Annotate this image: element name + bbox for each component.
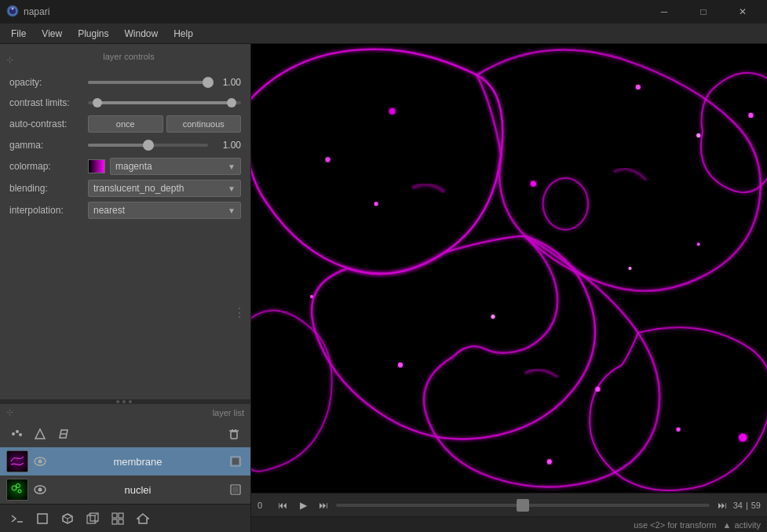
ndim-button[interactable]	[82, 508, 104, 530]
activity-icon: ▲	[722, 520, 731, 530]
svg-point-45	[531, 181, 536, 187]
svg-point-48	[595, 387, 600, 392]
contrast-slider[interactable]	[88, 101, 241, 104]
svg-point-51	[310, 295, 313, 298]
svg-point-49	[677, 428, 681, 432]
svg-point-53	[628, 267, 631, 270]
svg-rect-38	[251, 44, 767, 493]
blending-control: translucent_no_depth ▼	[88, 180, 241, 197]
cell-visualization	[251, 44, 767, 493]
gamma-slider-track[interactable]	[88, 144, 208, 147]
menu-view[interactable]: View	[34, 25, 70, 42]
timeline-thumb[interactable]	[517, 499, 529, 512]
blending-row: blending: translucent_no_depth ▼	[0, 177, 250, 199]
blending-dropdown[interactable]: translucent_no_depth ▼	[88, 180, 241, 197]
layer-controls-area: ⋮	[0, 224, 250, 399]
opacity-slider-fill	[88, 81, 208, 84]
auto-contrast-buttons: once continuous	[88, 115, 241, 133]
timeline: 0 ⏮ ▶ ⏭ ⏭ 34 | 59	[251, 493, 767, 516]
menu-window[interactable]: Window	[117, 25, 166, 42]
titlebar-controls: ─ □ ✕	[646, 0, 761, 24]
colormap-label: colormap:	[9, 161, 88, 172]
interpolation-arrow: ▼	[228, 206, 236, 215]
opacity-value: 1.00	[213, 77, 241, 88]
svg-point-46	[398, 363, 403, 367]
svg-point-18	[16, 484, 20, 488]
interpolation-dropdown[interactable]: nearest ▼	[88, 202, 241, 219]
2d-button[interactable]	[31, 508, 53, 530]
timeline-next-button[interactable]: ⏭	[316, 497, 331, 513]
nuclei-visibility-toggle[interactable]	[31, 481, 49, 498]
svg-marker-26	[63, 514, 72, 519]
contrast-thumb-right[interactable]	[227, 98, 236, 107]
dots-handle[interactable]: ⋮	[233, 304, 246, 319]
close-button[interactable]: ✕	[725, 0, 761, 24]
svg-rect-8	[231, 432, 237, 439]
timeline-prev-button[interactable]: ⏮	[275, 497, 290, 513]
svg-rect-35	[112, 519, 117, 524]
timeline-start: 0	[257, 501, 270, 510]
svg-point-56	[739, 433, 747, 441]
nuclei-thumbnail	[6, 479, 28, 501]
points-tool-button[interactable]	[6, 424, 27, 444]
continuous-button[interactable]: continuous	[166, 115, 242, 133]
svg-point-54	[697, 242, 700, 246]
timeline-right: ⏭ 34 | 59	[714, 497, 761, 513]
console-button[interactable]	[6, 508, 28, 530]
menubar: File View Plugins Window Help	[0, 24, 767, 44]
activity-label: activity	[734, 520, 761, 530]
titlebar: napari ─ □ ✕	[0, 0, 767, 24]
gamma-value: 1.00	[213, 140, 241, 151]
once-button[interactable]: once	[88, 115, 163, 133]
minimize-button[interactable]: ─	[646, 0, 682, 24]
grid-button[interactable]	[107, 508, 129, 530]
3d-button[interactable]	[57, 508, 79, 530]
colormap-dropdown[interactable]: magenta ▼	[110, 158, 241, 175]
timeline-play-button[interactable]: ▶	[295, 497, 311, 513]
svg-point-41	[389, 108, 396, 115]
menu-file[interactable]: File	[3, 25, 34, 42]
svg-point-43	[696, 133, 700, 137]
opacity-slider-track[interactable]	[88, 81, 208, 84]
contrast-row: contrast limits:	[0, 93, 250, 113]
statusbar: use <2> for transform ▲ activity	[251, 516, 767, 532]
shapes-tool-button[interactable]	[30, 424, 50, 444]
opacity-slider-container: 1.00	[88, 77, 241, 88]
svg-rect-24	[38, 514, 47, 523]
timeline-end-button[interactable]: ⏭	[714, 497, 730, 513]
app-title: napari	[24, 6, 49, 17]
maximize-button[interactable]: □	[685, 0, 721, 24]
svg-point-13	[38, 460, 42, 464]
blending-label: blending:	[9, 183, 88, 194]
svg-marker-37	[137, 514, 148, 523]
layer-controls-header: layer controls	[13, 52, 244, 61]
membrane-visibility-toggle[interactable]	[31, 453, 49, 470]
gamma-slider-thumb[interactable]	[143, 140, 154, 151]
home-button[interactable]	[132, 508, 154, 530]
opacity-slider-thumb[interactable]	[203, 77, 214, 88]
membrane-thumbnail	[6, 450, 28, 472]
gamma-row: gamma: 1.00	[0, 135, 250, 155]
layer-list: ⊹ layer list	[0, 404, 250, 504]
status-activity[interactable]: ▲ activity	[722, 520, 761, 530]
menu-help[interactable]: Help	[166, 25, 201, 42]
svg-rect-34	[119, 513, 123, 518]
svg-point-2	[12, 7, 14, 9]
delete-layer-button[interactable]	[224, 424, 244, 444]
app-icon	[6, 5, 19, 20]
svg-point-55	[547, 459, 552, 464]
blending-arrow: ▼	[228, 184, 236, 193]
timeline-slider[interactable]	[336, 504, 710, 507]
gamma-control: 1.00	[88, 140, 241, 151]
menu-plugins[interactable]: Plugins	[70, 25, 116, 42]
labels-tool-button[interactable]	[53, 424, 74, 444]
layer-row-nuclei[interactable]: nuclei	[0, 476, 250, 504]
svg-point-44	[748, 113, 753, 118]
opacity-label: opacity:	[9, 77, 88, 88]
contrast-thumb-left[interactable]	[93, 98, 102, 107]
auto-contrast-control: once continuous	[88, 115, 241, 133]
layer-row-membrane[interactable]: membrane	[0, 447, 250, 476]
canvas-image[interactable]	[251, 44, 767, 493]
svg-point-16	[12, 486, 16, 490]
svg-rect-33	[112, 513, 117, 518]
